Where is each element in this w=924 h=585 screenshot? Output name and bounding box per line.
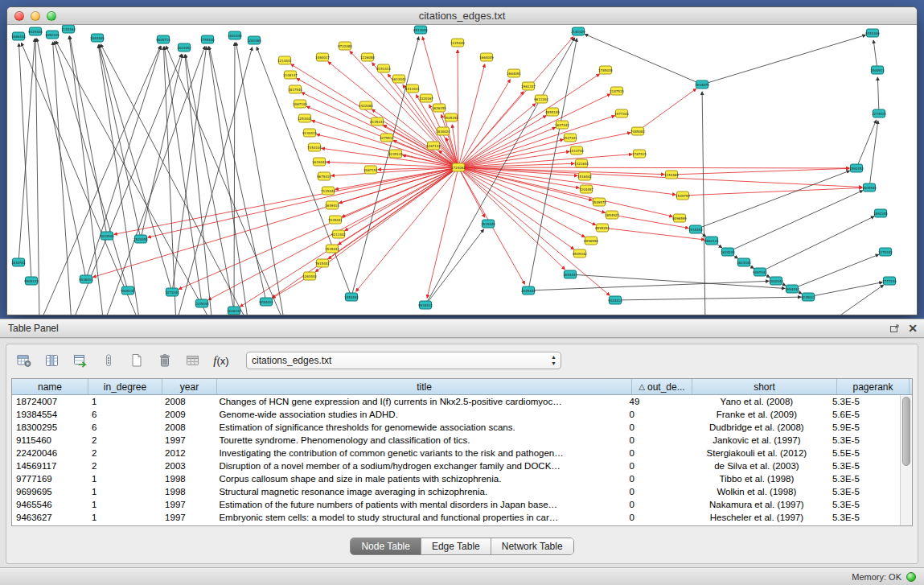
graph-node[interactable]: 1505152 bbox=[444, 113, 458, 122]
graph-node[interactable]: 1854927 bbox=[605, 211, 619, 219]
graph-node[interactable]: 1413431 bbox=[405, 84, 420, 93]
network-canvas[interactable]: 1724062121444121081371817544306710912534… bbox=[7, 25, 917, 315]
graph-node[interactable]: 9211442 bbox=[331, 230, 346, 238]
column-header-in_degree[interactable]: in_degree bbox=[88, 379, 162, 394]
delete-table-button[interactable] bbox=[154, 350, 176, 371]
graph-node[interactable]: 1654441 bbox=[563, 270, 577, 278]
graph-node[interactable]: 2181029 bbox=[571, 27, 585, 35]
graph-node[interactable]: 1225449 bbox=[450, 39, 465, 47]
table-row[interactable]: 977716911998Corpus callosum shape and si… bbox=[12, 472, 900, 485]
graph-node[interactable]: 1832541 bbox=[11, 258, 26, 266]
graph-node[interactable]: 9134415 bbox=[302, 129, 317, 137]
show-columns-button[interactable] bbox=[41, 350, 64, 371]
graph-node[interactable]: 2108137 bbox=[283, 71, 298, 79]
graph-node[interactable]: 7353104 bbox=[307, 143, 322, 151]
graph-node[interactable]: 1267133 bbox=[426, 142, 441, 150]
graph-node[interactable]: 1253441 bbox=[298, 114, 312, 122]
graph-node[interactable]: 1785035 bbox=[598, 66, 613, 74]
graph-node[interactable]: 1226088 bbox=[360, 53, 375, 61]
graph-node[interactable]: 1619443 bbox=[312, 158, 326, 166]
graph-node[interactable]: 5905141 bbox=[121, 286, 135, 295]
graph-node[interactable]: 8595294 bbox=[595, 224, 610, 232]
graph-node[interactable]: 1460017 bbox=[315, 53, 330, 61]
column-header-name[interactable]: name bbox=[12, 379, 88, 394]
graph-node[interactable]: 2063405 bbox=[90, 34, 105, 42]
merge-table-button[interactable] bbox=[182, 350, 204, 371]
graph-node[interactable]: 1002444 bbox=[769, 277, 783, 285]
graph-node[interactable]: 1649414 bbox=[325, 201, 339, 209]
table-row[interactable]: 1830029562008Estimation of significance … bbox=[12, 421, 900, 434]
graph-node[interactable]: 1686344 bbox=[11, 32, 26, 40]
graph-node[interactable]: 1724062 bbox=[451, 163, 466, 171]
graph-node[interactable]: 7125442 bbox=[321, 187, 335, 195]
graph-node[interactable]: 9245012 bbox=[801, 293, 815, 301]
column-header-out_de[interactable]: △out_de... bbox=[632, 379, 692, 394]
graph-node[interactable]: 4275512 bbox=[380, 134, 394, 142]
graph-node[interactable]: 8096599 bbox=[672, 214, 687, 222]
new-document-button[interactable] bbox=[125, 350, 148, 371]
float-panel-icon[interactable] bbox=[889, 323, 900, 334]
import-table-button[interactable] bbox=[69, 350, 92, 371]
graph-node[interactable]: 8996598 bbox=[584, 237, 598, 245]
function-builder-button[interactable]: f(x) bbox=[210, 350, 232, 371]
tab-node-table[interactable]: Node Table bbox=[351, 538, 421, 554]
table-row[interactable]: 911546021997Tourette syndrome. Phenomeno… bbox=[12, 434, 900, 447]
table-source-dropdown[interactable]: citations_edges.txt ▲▼ bbox=[246, 352, 561, 369]
table-row[interactable]: 2242004622012Investigating the contribut… bbox=[12, 447, 900, 459]
graph-node[interactable]: 1535441 bbox=[325, 245, 339, 253]
table-row[interactable]: 946554611997Estimation of the future num… bbox=[12, 498, 900, 511]
graph-node[interactable]: 1261065 bbox=[247, 36, 261, 44]
graph-node[interactable]: 1664091 bbox=[507, 69, 521, 77]
graph-node[interactable]: 3067151 bbox=[363, 166, 378, 174]
graph-node[interactable]: 1549575 bbox=[592, 198, 606, 206]
graph-node[interactable]: 1817544 bbox=[288, 85, 302, 93]
graph-node[interactable]: 1515445 bbox=[481, 220, 495, 228]
table-row[interactable]: 1938455462009Genome-wide association stu… bbox=[12, 408, 900, 421]
graph-node[interactable]: 1270342 bbox=[878, 248, 893, 256]
graph-node[interactable]: 2520055 bbox=[133, 235, 148, 243]
graph-node[interactable]: 1777244 bbox=[882, 277, 897, 285]
graph-node[interactable]: 1549759 bbox=[676, 192, 690, 200]
graph-node[interactable]: 9675415 bbox=[317, 172, 331, 180]
window-titlebar[interactable]: citations_edges.txt bbox=[7, 7, 917, 25]
network-view[interactable]: 1724062121444121081371817544306710912534… bbox=[7, 25, 917, 315]
graph-node[interactable]: 1516442 bbox=[577, 172, 592, 180]
graph-node[interactable]: 1613442 bbox=[392, 75, 406, 83]
graph-node[interactable]: 7485083 bbox=[630, 127, 645, 135]
graph-node[interactable]: 9467441 bbox=[753, 268, 767, 276]
table-row[interactable]: 1872400712008Changes of HCN gene express… bbox=[12, 395, 900, 408]
graph-node[interactable]: 7615441 bbox=[315, 259, 330, 267]
graph-node[interactable]: 1453444 bbox=[344, 293, 359, 301]
graph-node[interactable]: 1892345 bbox=[873, 209, 888, 217]
graph-node[interactable]: 1052129 bbox=[45, 31, 60, 39]
graph-node[interactable]: 1824344 bbox=[737, 258, 751, 266]
graph-node[interactable]: 3067109 bbox=[293, 100, 307, 108]
graph-node[interactable]: 1073244 bbox=[165, 288, 179, 296]
column-header-short[interactable]: short bbox=[692, 379, 837, 394]
window-close-button[interactable] bbox=[14, 11, 24, 21]
table-settings-button[interactable] bbox=[13, 350, 35, 371]
graph-node[interactable]: 1624244 bbox=[721, 248, 735, 256]
graph-node[interactable]: 1606444 bbox=[227, 307, 241, 315]
graph-node[interactable]: 9324414 bbox=[608, 296, 622, 304]
graph-node[interactable]: 1335444 bbox=[195, 299, 209, 307]
graph-node[interactable]: 9722088 bbox=[338, 42, 352, 50]
graph-node[interactable]: 2045444 bbox=[521, 286, 536, 295]
graph-node[interactable]: 8151414 bbox=[376, 64, 391, 72]
graph-node[interactable]: 8549342 bbox=[573, 249, 587, 257]
close-panel-icon[interactable]: ✕ bbox=[908, 323, 918, 334]
graph-node[interactable]: 7035441 bbox=[328, 216, 343, 224]
column-header-title[interactable]: title bbox=[217, 379, 632, 394]
graph-node[interactable]: 1422084 bbox=[359, 101, 373, 109]
graph-node[interactable]: 2187515 bbox=[610, 87, 624, 95]
table-panel-header[interactable]: Table Panel ✕ bbox=[0, 319, 924, 338]
graph-node[interactable]: 1527441 bbox=[563, 134, 577, 142]
graph-node[interactable]: 8135141 bbox=[370, 117, 384, 126]
graph-node[interactable]: 9611204 bbox=[534, 95, 548, 103]
window-zoom-button[interactable] bbox=[47, 11, 56, 21]
network-window[interactable]: citations_edges.txt 17240621214441210813… bbox=[6, 6, 918, 315]
graph-node[interactable]: 9425408 bbox=[28, 27, 43, 35]
graph-node[interactable]: 9862141 bbox=[704, 237, 719, 245]
column-selector-button[interactable] bbox=[97, 350, 120, 371]
graph-node[interactable]: 9605714 bbox=[156, 35, 170, 43]
